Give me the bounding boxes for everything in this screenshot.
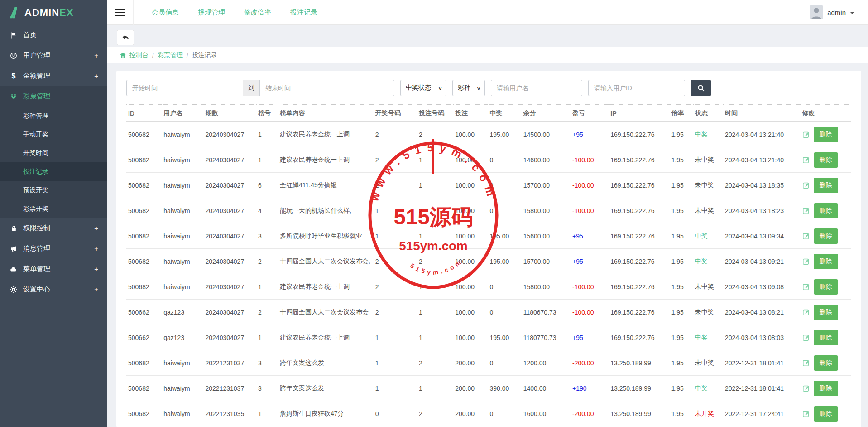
sidebar-item-menus[interactable]: 菜单管理 + <box>0 259 107 279</box>
time-cell: 2022-12-31 17:24:41 <box>723 401 801 427</box>
period-cell: 20240304027 <box>204 274 256 300</box>
delete-button[interactable]: 删除 <box>814 228 838 244</box>
bet-number-cell: 1 <box>417 173 453 198</box>
back-button[interactable] <box>117 30 134 45</box>
content-cell: 多所院校呼吁毕业生积极就业 <box>278 223 374 249</box>
edit-icon[interactable] <box>802 308 810 316</box>
profit-cell: -100.00 <box>571 147 609 173</box>
hamburger-menu-icon[interactable] <box>107 0 134 25</box>
end-time-input[interactable] <box>259 80 394 96</box>
sidebar-subitem-draw-time[interactable]: 开奖时间 <box>0 144 107 162</box>
bet-cell: 100.00 <box>453 173 488 198</box>
start-time-input[interactable] <box>126 80 243 96</box>
edit-icon[interactable] <box>802 181 810 189</box>
bet-number-cell: 1 <box>417 223 453 249</box>
user-menu[interactable]: admin <box>810 5 868 19</box>
ip-cell: 169.150.222.76 <box>609 223 669 249</box>
status-cell: 中奖 <box>693 223 723 249</box>
table-row: 500682 haiwaiym 20240304027 2 十四届全国人大二次会… <box>126 249 851 274</box>
home-icon <box>120 52 126 58</box>
username-filter-input[interactable] <box>491 80 582 96</box>
edit-icon[interactable] <box>802 283 810 291</box>
win-cell: 0 <box>488 198 521 223</box>
bet-cell: 200.00 <box>453 376 488 401</box>
rank-cell: 1 <box>256 147 278 173</box>
edit-icon[interactable] <box>802 359 810 367</box>
content-cell: 全红婵411.45分摘银 <box>278 173 374 198</box>
win-cell: 0 <box>488 401 521 427</box>
app-window: ADMINEX 首页 用户管理 + $ 金额管理 + <box>0 0 868 427</box>
table-row: 500662 qaz123 20240304027 2 十四届全国人大二次会议发… <box>126 300 851 325</box>
username-cell: haiwaiym <box>162 198 203 223</box>
table-row: 500662 qaz123 20240304027 1 建议农民养老金统一上调 … <box>126 325 851 350</box>
sidebar-subitem-lottery-types[interactable]: 彩种管理 <box>0 107 107 125</box>
delete-button[interactable]: 删除 <box>814 178 838 193</box>
delete-button[interactable]: 删除 <box>814 254 838 269</box>
username-cell: haiwaiym <box>162 401 203 427</box>
rank-cell: 1 <box>256 274 278 300</box>
delete-button[interactable]: 删除 <box>814 355 838 371</box>
breadcrumb-link-console[interactable]: 控制台 <box>129 51 149 59</box>
delete-button[interactable]: 删除 <box>814 330 838 345</box>
period-cell: 20240304027 <box>204 173 256 198</box>
delete-button[interactable]: 删除 <box>814 305 838 320</box>
edit-icon[interactable] <box>802 207 810 214</box>
edit-icon[interactable] <box>802 334 810 341</box>
odds-cell: 1.95 <box>670 173 693 198</box>
edit-icon[interactable] <box>802 232 810 240</box>
bet-number-cell: 1 <box>417 274 453 300</box>
sidebar-nav: 首页 用户管理 + $ 金额管理 + 彩票管理 <box>0 25 107 300</box>
edit-icon[interactable] <box>802 131 810 138</box>
profit-cell: +95 <box>571 249 609 274</box>
topnav-link-withdrawals[interactable]: 提现管理 <box>198 8 225 17</box>
balance-cell: 1180670.73 <box>522 300 571 325</box>
cloud-icon <box>8 266 19 273</box>
col-actions: 修改 <box>801 105 851 122</box>
status-cell: 中奖 <box>693 122 723 147</box>
delete-button[interactable]: 删除 <box>814 127 838 142</box>
topnav-link-odds[interactable]: 修改倍率 <box>244 8 271 17</box>
sidebar-subitem-preset-draw[interactable]: 预设开奖 <box>0 181 107 199</box>
sidebar-subitem-manual-draw[interactable]: 手动开奖 <box>0 125 107 144</box>
sidebar-subitem-lottery-draw[interactable]: 彩票开奖 <box>0 199 107 218</box>
delete-button[interactable]: 删除 <box>814 152 838 168</box>
sidebar-item-settings[interactable]: 设置中心 + <box>0 279 107 300</box>
userid-filter-input[interactable] <box>588 80 685 96</box>
delete-button[interactable]: 删除 <box>814 381 838 396</box>
lottery-type-select[interactable]: 彩种∨ <box>452 80 485 96</box>
odds-cell: 1.95 <box>670 274 693 300</box>
sidebar-item-money[interactable]: $ 金额管理 + <box>0 66 107 86</box>
col-content: 榜单内容 <box>278 105 374 122</box>
content-area: 控制台 / 彩票管理 / 投注记录 到 中奖状态∨ 彩 <box>107 25 868 427</box>
col-rank: 榜号 <box>256 105 278 122</box>
sidebar-item-users[interactable]: 用户管理 + <box>0 45 107 66</box>
edit-icon[interactable] <box>802 384 810 392</box>
sidebar-group-lottery: 彩票管理 - 彩种管理 手动开奖 开奖时间 投注记录 预设开奖 彩票开奖 <box>0 86 107 218</box>
flag-icon <box>8 32 19 39</box>
topnav-link-bets[interactable]: 投注记录 <box>290 8 317 17</box>
sidebar-item-home[interactable]: 首页 <box>0 25 107 45</box>
avatar <box>810 5 823 19</box>
delete-button[interactable]: 删除 <box>814 279 838 295</box>
sidebar-item-messages[interactable]: 消息管理 + <box>0 238 107 259</box>
chevron-down-icon: ∨ <box>437 85 442 91</box>
search-button[interactable] <box>691 80 711 96</box>
delete-button[interactable]: 删除 <box>814 203 838 218</box>
sidebar-item-permissions[interactable]: 权限控制 + <box>0 218 107 238</box>
ip-cell: 169.150.222.76 <box>609 173 669 198</box>
topnav-link-members[interactable]: 会员信息 <box>152 8 179 17</box>
delete-button[interactable]: 删除 <box>814 406 838 422</box>
breadcrumb-link-lottery[interactable]: 彩票管理 <box>158 51 183 59</box>
win-status-select[interactable]: 中奖状态∨ <box>400 80 446 96</box>
rank-cell: 1 <box>256 325 278 350</box>
edit-icon[interactable] <box>802 410 810 417</box>
sidebar-subitem-bet-records[interactable]: 投注记录 <box>0 162 107 181</box>
rank-cell: 1 <box>256 122 278 147</box>
sidebar-item-lottery[interactable]: 彩票管理 - <box>0 86 107 107</box>
edit-icon[interactable] <box>802 156 810 164</box>
ip-cell: 169.150.222.76 <box>609 122 669 147</box>
brand-logo-icon <box>8 6 21 19</box>
table-row: 500682 haiwaiym 20240304027 4 能玩一天的机场长什么… <box>126 198 851 223</box>
draw-number-cell: 2 <box>374 122 417 147</box>
edit-icon[interactable] <box>802 257 810 265</box>
